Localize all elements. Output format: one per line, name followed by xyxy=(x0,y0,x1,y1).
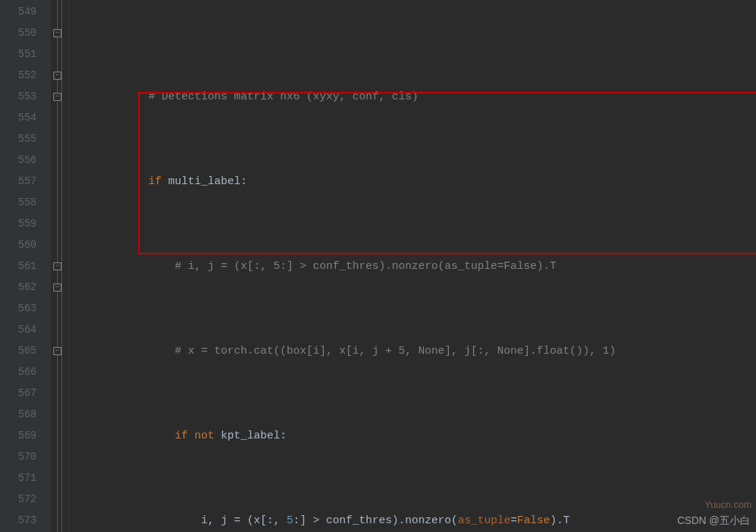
line-number: 557 xyxy=(0,171,37,192)
line-number: 561 xyxy=(0,256,37,277)
code-editor: 549 550 551 552 553 554 555 556 557 558 … xyxy=(0,0,756,532)
line-number: 569 xyxy=(0,425,37,446)
line-number: 554 xyxy=(0,107,37,129)
line-number: 568 xyxy=(0,404,37,425)
line-number: 558 xyxy=(0,192,37,213)
fold-toggle-icon[interactable]: − xyxy=(53,93,61,101)
code-line: # Detections matrix nx6 (xyxy, conf, cls… xyxy=(69,86,756,107)
line-number: 565 xyxy=(0,341,37,362)
line-number: 573 xyxy=(0,510,37,531)
line-number: 550 xyxy=(0,23,37,44)
fold-toggle-icon[interactable]: − xyxy=(53,284,61,292)
line-number: 549 xyxy=(0,1,37,23)
code-line: if not kpt_label: xyxy=(69,425,756,446)
line-number: 566 xyxy=(0,362,37,383)
fold-toggle-icon[interactable]: − xyxy=(53,29,61,37)
code-line: i, j = (x[:, 5:] > conf_thres).nonzero(a… xyxy=(69,510,756,531)
line-number: 563 xyxy=(0,298,37,319)
watermark: Yuucn.com xyxy=(705,499,752,510)
line-number: 551 xyxy=(0,44,37,65)
line-number: 571 xyxy=(0,468,37,489)
fold-toggle-icon[interactable]: − xyxy=(53,262,61,270)
fold-column: − − − − − − xyxy=(51,0,69,532)
line-number: 552 xyxy=(0,65,37,86)
code-content[interactable]: # Detections matrix nx6 (xyxy, conf, cls… xyxy=(69,0,756,532)
line-number: 559 xyxy=(0,213,37,235)
watermark: CSDN @五小白 xyxy=(677,514,750,528)
line-number: 553 xyxy=(0,86,37,107)
fold-toggle-icon[interactable]: − xyxy=(53,72,61,80)
line-number: 555 xyxy=(0,129,37,150)
line-number: 570 xyxy=(0,446,37,468)
fold-toggle-icon[interactable]: − xyxy=(53,347,61,355)
code-line: if multi_label: xyxy=(69,171,756,192)
line-number-gutter: 549 550 551 552 553 554 555 556 557 558 … xyxy=(0,0,51,532)
line-number: 567 xyxy=(0,383,37,404)
code-line: # i, j = (x[:, 5:] > conf_thres).nonzero… xyxy=(69,256,756,277)
code-line: # x = torch.cat((box[i], x[i, j + 5, Non… xyxy=(69,341,756,362)
line-number: 564 xyxy=(0,319,37,341)
line-number: 560 xyxy=(0,235,37,256)
line-number: 556 xyxy=(0,150,37,171)
line-number: 562 xyxy=(0,277,37,298)
line-number: 572 xyxy=(0,489,37,510)
